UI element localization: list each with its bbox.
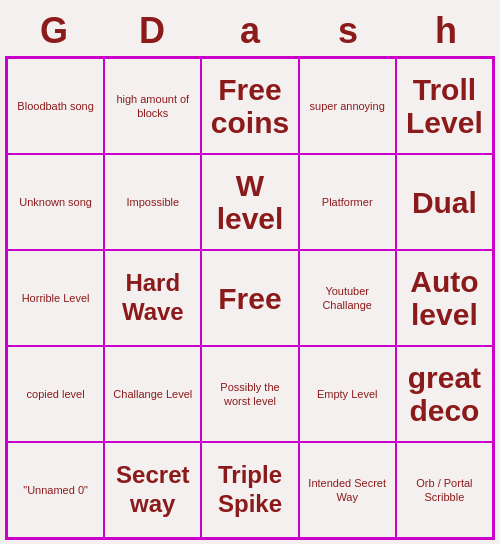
header-letter-a: a (203, 10, 297, 52)
header-letter-s: s (301, 10, 395, 52)
header-letter-g: G (7, 10, 101, 52)
cell-r3-c3[interactable]: Empty Level (299, 346, 396, 442)
cell-r0-c0[interactable]: Bloodbath song (7, 58, 104, 154)
cell-r1-c3[interactable]: Platformer (299, 154, 396, 250)
cell-r2-c3[interactable]: Youtuber Challange (299, 250, 396, 346)
cell-r4-c1[interactable]: Secret way (104, 442, 201, 538)
cell-r0-c1[interactable]: high amount of blocks (104, 58, 201, 154)
cell-r4-c4[interactable]: Orb / Portal Scribble (396, 442, 493, 538)
cell-r2-c0[interactable]: Horrible Level (7, 250, 104, 346)
header-letter-d: D (105, 10, 199, 52)
cell-r2-c2[interactable]: Free (201, 250, 298, 346)
cell-r3-c1[interactable]: Challange Level (104, 346, 201, 442)
bingo-header: G D a s h (5, 4, 495, 56)
cell-r2-c1[interactable]: Hard Wave (104, 250, 201, 346)
cell-r0-c2[interactable]: Free coins (201, 58, 298, 154)
cell-r1-c2[interactable]: W level (201, 154, 298, 250)
cell-r1-c4[interactable]: Dual (396, 154, 493, 250)
cell-r3-c4[interactable]: great deco (396, 346, 493, 442)
cell-r4-c0[interactable]: "Unnamed 0" (7, 442, 104, 538)
cell-r1-c0[interactable]: Unknown song (7, 154, 104, 250)
cell-r3-c0[interactable]: copied level (7, 346, 104, 442)
cell-r4-c2[interactable]: Triple Spike (201, 442, 298, 538)
cell-r4-c3[interactable]: Intended Secret Way (299, 442, 396, 538)
cell-r2-c4[interactable]: Auto level (396, 250, 493, 346)
cell-r0-c4[interactable]: Troll Level (396, 58, 493, 154)
cell-r0-c3[interactable]: super annoying (299, 58, 396, 154)
cell-r1-c1[interactable]: Impossible (104, 154, 201, 250)
header-letter-h: h (399, 10, 493, 52)
bingo-grid: Bloodbath songhigh amount of blocksFree … (5, 56, 495, 540)
bingo-container: G D a s h Bloodbath songhigh amount of b… (5, 4, 495, 540)
cell-r3-c2[interactable]: Possibly the worst level (201, 346, 298, 442)
